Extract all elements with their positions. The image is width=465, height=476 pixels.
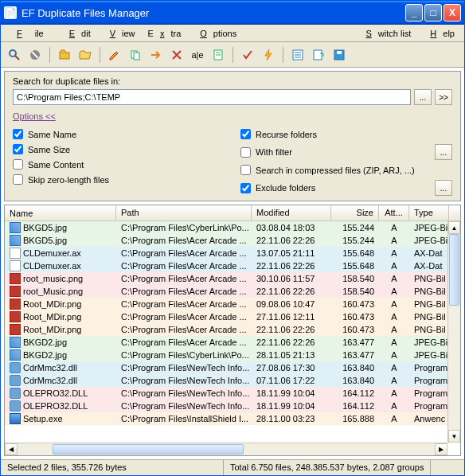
checkbox[interactable]: [240, 183, 251, 193]
col-modified[interactable]: Modified: [252, 205, 331, 220]
file-img-icon: [10, 235, 21, 246]
checkbox[interactable]: [13, 129, 23, 139]
cell: 22.11.06 22:26: [252, 325, 331, 334]
menu-view[interactable]: View: [97, 27, 142, 40]
cell: C:\Program Files\Acer Arcade ...: [116, 236, 252, 245]
delete-icon[interactable]: [168, 46, 186, 64]
scroll-left-icon[interactable]: ◀: [5, 443, 18, 455]
col-attr[interactable]: Att...: [379, 205, 409, 220]
col-path[interactable]: Path: [116, 205, 252, 220]
toolbar: a|e: [1, 42, 464, 68]
check-icon[interactable]: [239, 46, 256, 64]
options-toggle-link[interactable]: Options <<: [13, 111, 56, 121]
move-icon[interactable]: [147, 46, 165, 64]
table-row[interactable]: CLDemuxer.axC:\Program Files\Acer Arcade…: [5, 247, 460, 259]
table-row[interactable]: root_Music.pngC:\Program Files\Acer Arca…: [5, 285, 460, 298]
checkbox[interactable]: [240, 129, 251, 139]
scroll-right-icon[interactable]: ▶: [435, 443, 447, 455]
col-type[interactable]: Type: [409, 205, 449, 220]
table-row[interactable]: BKGD2.jpgC:\Program Files\CyberLink\Po..…: [5, 349, 460, 361]
maximize-button[interactable]: □: [424, 4, 442, 21]
menu-options[interactable]: Options: [187, 27, 243, 40]
stop-icon[interactable]: [26, 46, 44, 64]
option-config-button[interactable]: ...: [435, 180, 452, 196]
cell: 163.840: [331, 376, 379, 385]
menu-switch-list[interactable]: Switch list: [353, 27, 417, 40]
menu-help[interactable]: Help: [417, 27, 461, 40]
file-name: root_music.png: [23, 274, 83, 283]
window-title: EF Duplicate Files Manager: [21, 7, 405, 19]
table-row[interactable]: CdrMmc32.dllC:\Program Files\NewTech Inf…: [5, 374, 460, 387]
cell: A: [379, 414, 409, 423]
file-name: Root_MDir.png: [23, 325, 81, 334]
export-icon[interactable]: [310, 46, 327, 64]
checkbox[interactable]: [240, 165, 251, 175]
table-row[interactable]: Root_MDir.pngC:\Program Files\Acer Arcad…: [5, 298, 460, 310]
option-same-size: Same Size: [13, 144, 225, 154]
status-selection: Selected 2 files, 355.726 bytes: [1, 460, 224, 475]
browse-button[interactable]: ...: [414, 89, 432, 105]
cell: JPEG-Bi: [409, 337, 449, 347]
table-row[interactable]: Root_MDir.pngC:\Program Files\Acer Arcad…: [5, 310, 460, 323]
table-row[interactable]: OLEPRO32.DLLC:\Program Files\NewTech Inf…: [5, 387, 460, 400]
cell: 158.540: [331, 274, 379, 283]
table-row[interactable]: BKGD2.jpgC:\Program Files\Acer Arcade ..…: [5, 336, 460, 349]
scroll-thumb-h[interactable]: [53, 444, 244, 455]
table-row[interactable]: BKGD5.jpgC:\Program Files\Acer Arcade ..…: [5, 234, 460, 247]
cell: C:\Program Files\Acer Arcade ...: [116, 299, 252, 309]
table-row[interactable]: Root_MDir.pngC:\Program Files\Acer Arcad…: [5, 323, 460, 336]
titlebar[interactable]: 📄 EF Duplicate Files Manager _ □ X: [1, 1, 464, 25]
table-row[interactable]: CLDemuxer.axC:\Program Files\Acer Arcade…: [5, 259, 460, 272]
cell: C:\Program Files\CyberLink\Po...: [116, 350, 252, 360]
open-icon[interactable]: [56, 46, 73, 64]
list-icon[interactable]: [289, 46, 307, 64]
file-name: BKGD2.jpg: [23, 337, 67, 347]
cell: A: [379, 248, 409, 258]
search-path-input[interactable]: [13, 89, 411, 105]
cell: A: [379, 350, 409, 360]
properties-icon[interactable]: [209, 46, 227, 64]
table-row[interactable]: OLEPRO32.DLLC:\Program Files\NewTech Inf…: [5, 400, 460, 412]
table-row[interactable]: Setup.exeC:\Program Files\InstallShield …: [5, 412, 460, 425]
lightning-icon[interactable]: [260, 46, 277, 64]
save-list-icon[interactable]: [330, 46, 348, 64]
scroll-down-icon[interactable]: ▼: [448, 430, 460, 443]
menubar: File Edit View Extra Options Switch list…: [1, 25, 464, 42]
cell: Anwenc: [409, 414, 449, 423]
horizontal-scrollbar[interactable]: ◀ ▶: [5, 443, 447, 455]
table-row[interactable]: CdrMmc32.dllC:\Program Files\NewTech Inf…: [5, 361, 460, 374]
more-button[interactable]: >>: [435, 89, 452, 105]
cell: 22.11.06 22:26: [252, 261, 331, 271]
menu-file[interactable]: File: [4, 27, 57, 40]
cell: A: [379, 223, 409, 232]
col-size[interactable]: Size: [331, 205, 379, 220]
search-icon[interactable]: [6, 46, 23, 64]
rename-icon[interactable]: a|e: [189, 46, 206, 64]
checkbox[interactable]: [13, 159, 23, 170]
column-headers: Name Path Modified Size Att... Type: [5, 205, 460, 221]
col-name[interactable]: Name: [5, 205, 116, 220]
edit-icon[interactable]: [106, 46, 123, 64]
close-button[interactable]: X: [444, 4, 461, 21]
table-row[interactable]: root_music.pngC:\Program Files\Acer Arca…: [5, 272, 460, 285]
table-row[interactable]: BKGD5.jpgC:\Program Files\CyberLink\Po..…: [5, 221, 460, 234]
cell: 18.11.99 10:04: [252, 401, 331, 411]
checkbox[interactable]: [240, 147, 251, 158]
checkbox[interactable]: [13, 144, 23, 154]
menu-extra[interactable]: Extra: [142, 27, 188, 40]
vertical-scrollbar[interactable]: ▲ ▼: [447, 221, 460, 443]
scroll-thumb[interactable]: [449, 234, 459, 306]
scroll-up-icon[interactable]: ▲: [448, 221, 460, 234]
option-config-button[interactable]: ...: [435, 144, 452, 160]
menu-edit[interactable]: Edit: [57, 27, 97, 40]
minimize-button[interactable]: _: [405, 4, 423, 21]
option-search-in-compressed-files-zip-arj-: Search in compressed files (ZIP, ARJ, ..…: [240, 165, 452, 175]
copy-icon[interactable]: [127, 46, 144, 64]
cell: 160.473: [331, 325, 379, 334]
file-name: CdrMmc32.dll: [23, 376, 77, 385]
folder-open-icon[interactable]: [76, 46, 94, 64]
file-name: BKGD5.jpg: [23, 223, 67, 232]
option-skip-zero-length-files: Skip zero-length files: [13, 174, 225, 185]
cell: JPEG-Bi: [409, 223, 449, 232]
checkbox[interactable]: [13, 174, 23, 185]
